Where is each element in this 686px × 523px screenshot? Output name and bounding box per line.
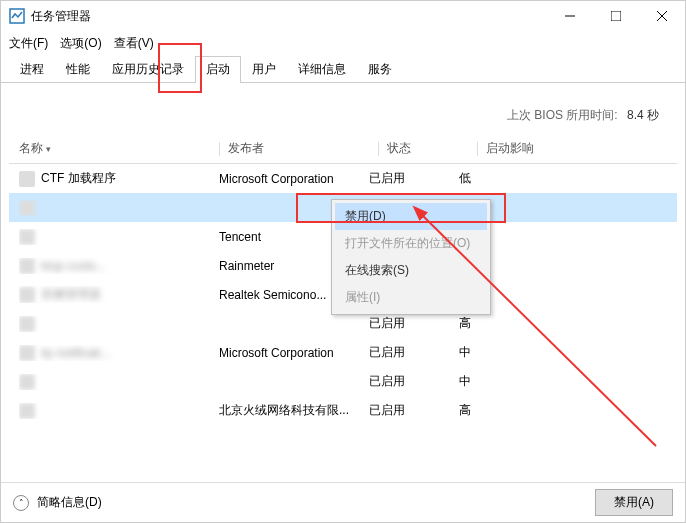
tab-processes[interactable]: 进程 (9, 56, 55, 83)
tabs: 进程 性能 应用历史记录 启动 用户 详细信息 服务 (1, 55, 685, 83)
brief-label: 简略信息(D) (37, 494, 102, 511)
tab-users[interactable]: 用户 (241, 56, 287, 83)
app-icon (19, 345, 35, 361)
app-name: CTF 加载程序 (41, 170, 116, 187)
cm-search-online[interactable]: 在线搜索(S) (335, 257, 487, 284)
menu-file[interactable]: 文件(F) (9, 35, 48, 52)
chevron-up-icon: ˄ (13, 495, 29, 511)
tab-app-history[interactable]: 应用历史记录 (101, 56, 195, 83)
bios-value: 8.4 秒 (627, 108, 659, 122)
impact-cell: 低 (459, 170, 677, 187)
app-icon (19, 316, 35, 332)
app-name: ity notificati... (41, 346, 110, 360)
app-icon (19, 287, 35, 303)
window-title: 任务管理器 (31, 8, 547, 25)
header-impact[interactable]: 启动影响 (486, 140, 677, 157)
table-row[interactable]: ity notificati...Microsoft Corporation已启… (9, 338, 677, 367)
disable-button[interactable]: 禁用(A) (595, 489, 673, 516)
menu-options[interactable]: 选项(O) (60, 35, 101, 52)
cm-properties[interactable]: 属性(I) (335, 284, 487, 311)
titlebar: 任务管理器 (1, 1, 685, 31)
footer: ˄ 简略信息(D) 禁用(A) (1, 482, 685, 522)
bios-label: 上次 BIOS 所用时间: (507, 108, 618, 122)
svg-rect-2 (611, 11, 621, 21)
tab-services[interactable]: 服务 (357, 56, 403, 83)
menu-view[interactable]: 查看(V) (114, 35, 154, 52)
app-icon (19, 403, 35, 419)
app-icon (19, 200, 35, 216)
table-headers: 名称▾ 发布者 状态 启动影响 (9, 134, 677, 164)
status-cell: 已启用 (369, 402, 459, 419)
table-row[interactable]: CTF 加载程序Microsoft Corporation已启用低 (9, 164, 677, 193)
bios-time-label: 上次 BIOS 所用时间: 8.4 秒 (9, 91, 677, 134)
app-icon (19, 374, 35, 390)
table-row[interactable]: 已启用中 (9, 367, 677, 396)
app-name: 音频管理器 (41, 286, 101, 303)
context-menu: 禁用(D) 打开文件所在的位置(O) 在线搜索(S) 属性(I) (331, 199, 491, 315)
maximize-button[interactable] (593, 1, 639, 31)
app-name: ktop custo... (41, 259, 106, 273)
publisher-cell: Microsoft Corporation (219, 172, 369, 186)
caret-icon: ▾ (46, 144, 51, 154)
minimize-button[interactable] (547, 1, 593, 31)
task-manager-icon (9, 8, 25, 24)
impact-cell: 高 (459, 315, 677, 332)
cm-disable[interactable]: 禁用(D) (335, 203, 487, 230)
publisher-cell: 北京火绒网络科技有限... (219, 402, 369, 419)
tab-performance[interactable]: 性能 (55, 56, 101, 83)
app-icon (19, 171, 35, 187)
app-icon (19, 258, 35, 274)
table-row[interactable]: 北京火绒网络科技有限...已启用高 (9, 396, 677, 425)
menubar: 文件(F) 选项(O) 查看(V) (1, 31, 685, 55)
cm-open-location[interactable]: 打开文件所在的位置(O) (335, 230, 487, 257)
header-status[interactable]: 状态 (387, 140, 477, 157)
tab-details[interactable]: 详细信息 (287, 56, 357, 83)
tab-startup[interactable]: 启动 (195, 56, 241, 83)
status-cell: 已启用 (369, 344, 459, 361)
close-button[interactable] (639, 1, 685, 31)
status-cell: 已启用 (369, 373, 459, 390)
impact-cell: 高 (459, 402, 677, 419)
publisher-cell: Microsoft Corporation (219, 346, 369, 360)
impact-cell: 中 (459, 344, 677, 361)
header-publisher[interactable]: 发布者 (228, 140, 378, 157)
impact-cell: 中 (459, 373, 677, 390)
status-cell: 已启用 (369, 315, 459, 332)
header-name[interactable]: 名称▾ (19, 140, 219, 157)
app-icon (19, 229, 35, 245)
status-cell: 已启用 (369, 170, 459, 187)
brief-info-toggle[interactable]: ˄ 简略信息(D) (13, 494, 102, 511)
